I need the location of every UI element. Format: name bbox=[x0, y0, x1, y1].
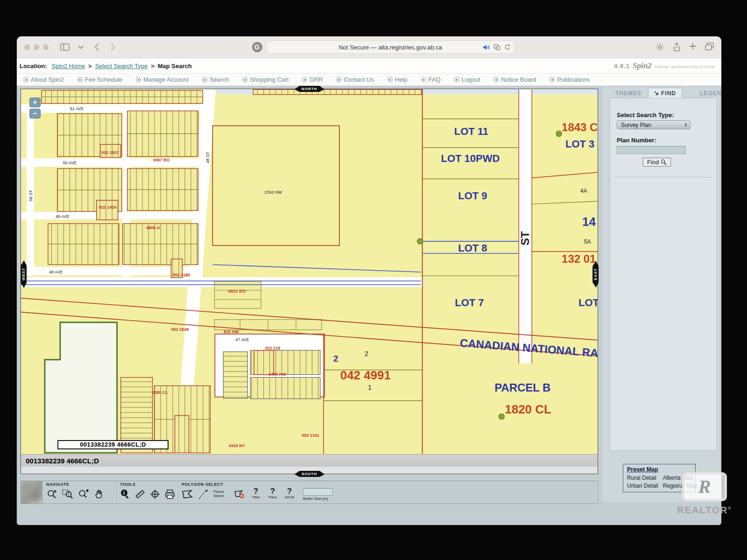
breadcrumb-home-link[interactable]: Spin2 Home bbox=[52, 63, 85, 70]
find-magnifier-icon bbox=[661, 159, 667, 165]
buffer-size-input[interactable] bbox=[303, 488, 333, 496]
parcel-select-label[interactable]: Parcel Select bbox=[213, 487, 229, 498]
map-label-1: 1 bbox=[368, 383, 372, 391]
navigate-title: NAVIGATE bbox=[46, 482, 112, 487]
menu-drr[interactable]: DRR bbox=[302, 76, 323, 83]
map-label-0021331: 002 1331 bbox=[302, 433, 319, 438]
radio-icon bbox=[302, 77, 307, 82]
radio-icon bbox=[454, 77, 459, 82]
chrome-right-icons bbox=[655, 42, 714, 52]
location-label: Location: bbox=[20, 63, 47, 70]
map-label-lot7: LOT 7 bbox=[455, 297, 484, 308]
grammarly-icon: G bbox=[252, 42, 262, 52]
version-number: 4.9.1 bbox=[614, 63, 630, 70]
breadcrumb: Location: Spin2 Home > Select Search Typ… bbox=[17, 58, 721, 74]
cadastral-map[interactable]: LOT 11 LOT 10PWD LOT 9 LOT 8 LOT 7 LOT 3… bbox=[21, 89, 598, 454]
polygon-select-tool-icon[interactable] bbox=[182, 487, 193, 501]
app-brand: 4.9.1 Spin2 SPATIAL INFORMATION SYSTEM bbox=[614, 61, 719, 70]
zoom-in-tool-icon[interactable] bbox=[46, 487, 57, 501]
find-arrow-icon bbox=[654, 91, 659, 96]
menu-search[interactable]: Search bbox=[202, 76, 229, 83]
radio-icon bbox=[550, 77, 555, 82]
search-type-value: Survey Plan bbox=[621, 122, 651, 128]
address-text: Not Secure — alta.registries.gov.ab.ca bbox=[298, 44, 483, 51]
share-icon[interactable] bbox=[673, 42, 681, 52]
minimize-button[interactable] bbox=[34, 44, 39, 50]
back-icon[interactable] bbox=[91, 41, 103, 53]
tabs-overview-icon[interactable] bbox=[705, 42, 714, 52]
compass-east: EAST bbox=[592, 261, 599, 287]
address-area: G Not Secure — alta.registries.gov.ab.ca… bbox=[122, 41, 644, 54]
find-panel: Select Search Type: Survey Plan ▲▼ Plan … bbox=[610, 98, 717, 451]
polygon-clear-tool-icon[interactable] bbox=[234, 487, 245, 501]
close-button[interactable] bbox=[24, 44, 30, 50]
map-label-3067bo: 3067 BO bbox=[153, 158, 170, 162]
translate-icon[interactable]: a bbox=[493, 44, 500, 50]
screenshot-frame: G Not Secure — alta.registries.gov.ab.ca… bbox=[0, 0, 747, 560]
buffer-size-group: Buffer Size (m) bbox=[303, 487, 333, 501]
titles-query-button[interactable]: ? Titles bbox=[250, 487, 262, 499]
chevron-down-icon[interactable] bbox=[75, 41, 87, 53]
polygon-select-section: POLYGON SELECT Parcel Select bbox=[178, 481, 598, 504]
overview-thumbnail[interactable] bbox=[21, 481, 42, 504]
menu-fee-schedule[interactable]: Fee Schedule bbox=[78, 76, 122, 83]
audio-icon[interactable] bbox=[483, 44, 490, 50]
menu-logout[interactable]: Logout bbox=[454, 76, 480, 83]
map-label-3416ny: 3416 NY bbox=[229, 443, 245, 448]
preset-urban-detail[interactable]: Urban Detail bbox=[627, 483, 658, 489]
forward-icon[interactable] bbox=[106, 41, 119, 53]
reload-icon[interactable] bbox=[504, 44, 511, 50]
measure-tool-icon[interactable] bbox=[135, 487, 145, 501]
map-label-13201: 132 01 bbox=[562, 252, 596, 265]
coordinate-tool-icon[interactable] bbox=[150, 487, 160, 501]
map-label-5a: 5A bbox=[584, 238, 591, 245]
tab-find[interactable]: FIND bbox=[648, 88, 682, 98]
zoom-window-tool-icon[interactable] bbox=[62, 487, 73, 501]
new-tab-icon[interactable] bbox=[689, 42, 697, 52]
tab-themes[interactable]: THEMES bbox=[610, 88, 647, 98]
map-toolbar: NAVIGATE bbox=[21, 481, 598, 504]
plans-label: Plans bbox=[268, 496, 277, 499]
menu-notice-board[interactable]: Notice Board bbox=[493, 76, 536, 83]
zoom-in-button[interactable]: + bbox=[29, 98, 41, 107]
menu-manage-account[interactable]: Manage Account bbox=[136, 76, 189, 83]
print-tool-icon[interactable] bbox=[165, 487, 175, 501]
map-label-st: ST bbox=[519, 231, 531, 245]
settings-gear-icon[interactable] bbox=[655, 42, 664, 52]
tab-legend[interactable]: LEGEND bbox=[694, 88, 721, 98]
menu-publications[interactable]: Publications bbox=[550, 76, 590, 83]
map-label-48st: 48 ST bbox=[205, 152, 210, 163]
menu-shopping-cart[interactable]: Shopping Cart bbox=[242, 76, 289, 83]
compass-west: WEST bbox=[21, 260, 27, 288]
plans-query-button[interactable]: ? Plans bbox=[267, 487, 279, 499]
question-icon: ? bbox=[254, 487, 258, 496]
plan-number-input[interactable] bbox=[617, 146, 686, 154]
ascm-query-button[interactable]: ? ASCM bbox=[283, 487, 296, 499]
map-label-lot11: LOT 11 bbox=[454, 126, 488, 137]
menu-contact-us[interactable]: Contact Us bbox=[336, 76, 374, 83]
breadcrumb-searchtype-link[interactable]: Select Search Type bbox=[95, 63, 148, 70]
zoom-button[interactable] bbox=[43, 44, 49, 50]
map-label-3911eo: 3911 EO bbox=[228, 288, 246, 294]
titles-label: Titles bbox=[252, 496, 260, 499]
map-label-50st: 50 ST bbox=[28, 190, 33, 201]
preset-map-title: Preset Map bbox=[627, 466, 691, 473]
menu-faq[interactable]: FAQ bbox=[421, 76, 441, 83]
menu-about[interactable]: About Spin2 bbox=[23, 76, 64, 83]
search-type-select[interactable]: Survey Plan ▲▼ bbox=[617, 120, 691, 129]
pan-hand-tool-icon[interactable] bbox=[94, 487, 105, 501]
traffic-lights bbox=[24, 44, 49, 50]
address-bar[interactable]: Not Secure — alta.registries.gov.ab.ca a bbox=[266, 41, 515, 54]
find-button[interactable]: Find bbox=[643, 158, 671, 167]
map-label-0424991: 042 4991 bbox=[340, 369, 391, 382]
identify-tool-icon[interactable]: i bbox=[120, 487, 130, 501]
zoom-pan-tool-icon[interactable] bbox=[78, 487, 89, 501]
draw-line-tool-icon[interactable] bbox=[197, 487, 209, 501]
sidebar-toggle-icon[interactable] bbox=[59, 41, 71, 53]
radio-icon bbox=[388, 77, 393, 82]
realtor-watermark: R REALTOR® bbox=[674, 472, 735, 516]
menu-help[interactable]: Help bbox=[388, 76, 408, 83]
question-icon: ? bbox=[270, 487, 275, 496]
preset-rural-detail[interactable]: Rural Detail bbox=[627, 475, 658, 481]
zoom-out-button[interactable]: − bbox=[29, 109, 41, 119]
